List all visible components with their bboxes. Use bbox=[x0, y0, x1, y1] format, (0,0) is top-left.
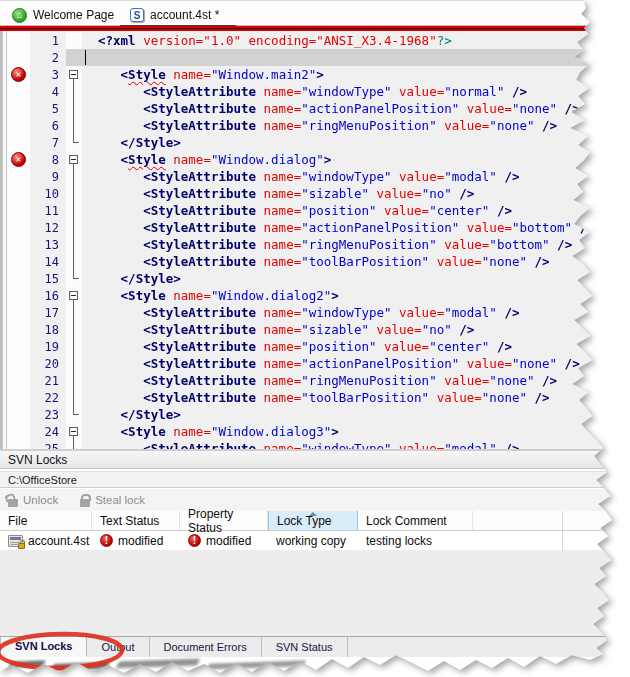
editor-line[interactable]: 4 <StyleAttribute name="windowType" valu… bbox=[0, 83, 630, 100]
fold-margin[interactable] bbox=[66, 423, 82, 440]
code-text[interactable]: <StyleAttribute name="windowType" value=… bbox=[82, 440, 630, 449]
table-row[interactable]: account.4st!modified!modifiedworking cop… bbox=[0, 531, 630, 551]
marker-cell bbox=[7, 236, 30, 253]
editor-line[interactable]: 23 </Style> bbox=[0, 406, 630, 423]
editor-line[interactable]: 11 <StyleAttribute name="position" value… bbox=[0, 202, 630, 219]
code-text[interactable]: <StyleAttribute name="windowType" value=… bbox=[82, 168, 630, 185]
marker-cell bbox=[7, 372, 30, 389]
tab-account-label: account.4st * bbox=[150, 8, 219, 22]
marker-cell bbox=[7, 168, 30, 185]
code-text[interactable] bbox=[82, 49, 630, 66]
error-icon: ✕ bbox=[11, 67, 26, 82]
marker-cell bbox=[7, 134, 30, 151]
code-text[interactable]: <StyleAttribute name="actionPanelPositio… bbox=[82, 100, 630, 117]
code-text[interactable]: <StyleAttribute name="actionPanelPositio… bbox=[82, 355, 630, 372]
code-text[interactable]: <StyleAttribute name="actionPanelPositio… bbox=[82, 219, 630, 236]
editor-line[interactable]: 19 <StyleAttribute name="position" value… bbox=[0, 338, 630, 355]
editor-line[interactable]: 18 <StyleAttribute name="sizable" value=… bbox=[0, 321, 630, 338]
editor-line[interactable]: 21 <StyleAttribute name="ringMenuPositio… bbox=[0, 372, 630, 389]
line-number: 7 bbox=[30, 134, 66, 151]
application-window: ⌂ Welcome Page S account.4st * 1<?xml ve… bbox=[0, 0, 630, 677]
code-text[interactable]: <StyleAttribute name="position" value="c… bbox=[82, 202, 630, 219]
code-text[interactable]: </Style> bbox=[82, 406, 630, 423]
line-number: 16 bbox=[30, 287, 66, 304]
column-header-text-status[interactable]: Text Status bbox=[92, 511, 180, 530]
code-text[interactable]: <StyleAttribute name="sizable" value="no… bbox=[82, 185, 630, 202]
editor-line[interactable]: 13 <StyleAttribute name="ringMenuPositio… bbox=[0, 236, 630, 253]
code-text[interactable]: <Style name="Window.main2"> bbox=[82, 66, 630, 83]
editor-left-splitter[interactable] bbox=[0, 31, 7, 449]
code-text[interactable]: <StyleAttribute name="toolBarPosition" v… bbox=[82, 253, 630, 270]
marker-cell bbox=[7, 49, 30, 66]
line-number: 2 bbox=[30, 49, 66, 66]
code-text[interactable]: <Style name="Window.dialog"> bbox=[82, 151, 630, 168]
editor-line[interactable]: 25 <StyleAttribute name="windowType" val… bbox=[0, 440, 630, 449]
column-header-lock-type[interactable]: Lock Type bbox=[268, 511, 358, 530]
panel-tab-document-errors[interactable]: Document Errors bbox=[150, 637, 262, 657]
editor-line[interactable]: 17 <StyleAttribute name="windowType" val… bbox=[0, 304, 630, 321]
column-header-lock-comment[interactable]: Lock Comment bbox=[358, 511, 473, 530]
code-text[interactable]: <Style name="Window.dialog2"> bbox=[82, 287, 630, 304]
torn-text-fragments bbox=[0, 657, 630, 677]
code-text[interactable]: <StyleAttribute name="position" value="c… bbox=[82, 338, 630, 355]
fold-collapse-icon[interactable] bbox=[69, 291, 78, 300]
editor-line[interactable]: 6 <StyleAttribute name="ringMenuPosition… bbox=[0, 117, 630, 134]
code-text[interactable]: <Style name="Window.dialog3"> bbox=[82, 423, 630, 440]
editor-line[interactable]: 16 <Style name="Window.dialog2"> bbox=[0, 287, 630, 304]
panel-tab-output[interactable]: Output bbox=[87, 637, 149, 657]
fold-collapse-icon[interactable] bbox=[69, 155, 78, 164]
tab-welcome-page[interactable]: ⌂ Welcome Page bbox=[6, 4, 120, 26]
fold-margin[interactable] bbox=[66, 287, 82, 304]
line-number: 25 bbox=[30, 440, 66, 449]
editor-line[interactable]: ✕8 <Style name="Window.dialog"> bbox=[0, 151, 630, 168]
code-text[interactable]: <StyleAttribute name="windowType" value=… bbox=[82, 83, 630, 100]
code-text[interactable]: </Style> bbox=[82, 134, 630, 151]
document-tabbar: ⌂ Welcome Page S account.4st * bbox=[0, 0, 630, 26]
editor-line[interactable]: ✕3 <Style name="Window.main2"> bbox=[0, 66, 630, 83]
editor-line[interactable]: 15 </Style> bbox=[0, 270, 630, 287]
fold-margin[interactable] bbox=[66, 151, 82, 168]
modified-status-icon: ! bbox=[100, 534, 113, 547]
panel-tab-svn-status[interactable]: SVN Status bbox=[262, 637, 348, 657]
code-text[interactable]: <StyleAttribute name="toolBarPosition" v… bbox=[82, 389, 630, 406]
code-text[interactable]: <StyleAttribute name="ringMenuPosition" … bbox=[82, 236, 630, 253]
fold-collapse-icon[interactable] bbox=[69, 70, 78, 79]
code-text[interactable]: <?xml version="1.0" encoding="ANSI_X3.4-… bbox=[82, 32, 630, 49]
column-header-property-status[interactable]: Property Status bbox=[180, 511, 268, 530]
code-text[interactable]: <StyleAttribute name="ringMenuPosition" … bbox=[82, 372, 630, 389]
tab-account-4st[interactable]: S account.4st * bbox=[124, 4, 225, 26]
editor-line[interactable]: 2 bbox=[0, 49, 630, 66]
editor-line[interactable]: 5 <StyleAttribute name="actionPanelPosit… bbox=[0, 100, 630, 117]
editor-line[interactable]: 20 <StyleAttribute name="actionPanelPosi… bbox=[0, 355, 630, 372]
lock-overlay-icon bbox=[18, 543, 25, 549]
line-number: 19 bbox=[30, 338, 66, 355]
code-text[interactable]: <StyleAttribute name="windowType" value=… bbox=[82, 304, 630, 321]
fold-margin[interactable] bbox=[66, 66, 82, 83]
steal-lock-button[interactable]: Steal lock bbox=[80, 494, 145, 507]
xml-code-editor[interactable]: 1<?xml version="1.0" encoding="ANSI_X3.4… bbox=[0, 31, 630, 449]
fold-margin bbox=[66, 372, 82, 389]
line-number: 11 bbox=[30, 202, 66, 219]
fold-margin bbox=[66, 304, 82, 321]
code-text[interactable]: </Style> bbox=[82, 270, 630, 287]
editor-line[interactable]: 12 <StyleAttribute name="actionPanelPosi… bbox=[0, 219, 630, 236]
fold-margin bbox=[66, 117, 82, 134]
editor-line[interactable]: 14 <StyleAttribute name="toolBarPosition… bbox=[0, 253, 630, 270]
code-text[interactable]: <StyleAttribute name="sizable" value="no… bbox=[82, 321, 630, 338]
line-number: 15 bbox=[30, 270, 66, 287]
error-icon: ✕ bbox=[11, 152, 26, 167]
editor-line[interactable]: 10 <StyleAttribute name="sizable" value=… bbox=[0, 185, 630, 202]
line-number: 22 bbox=[30, 389, 66, 406]
editor-line[interactable]: 24 <Style name="Window.dialog3"> bbox=[0, 423, 630, 440]
editor-line[interactable]: 1<?xml version="1.0" encoding="ANSI_X3.4… bbox=[0, 32, 630, 49]
column-header-file[interactable]: File bbox=[0, 511, 92, 530]
code-text[interactable]: <StyleAttribute name="ringMenuPosition" … bbox=[82, 117, 630, 134]
unlock-button[interactable]: Unlock bbox=[8, 494, 58, 507]
steal-lock-icon bbox=[80, 499, 90, 507]
editor-line[interactable]: 7 </Style> bbox=[0, 134, 630, 151]
editor-line[interactable]: 9 <StyleAttribute name="windowType" valu… bbox=[0, 168, 630, 185]
fold-collapse-icon[interactable] bbox=[69, 427, 78, 436]
panel-tab-svn-locks[interactable]: SVN Locks bbox=[0, 637, 87, 657]
editor-line[interactable]: 22 <StyleAttribute name="toolBarPosition… bbox=[0, 389, 630, 406]
marker-cell bbox=[7, 389, 30, 406]
